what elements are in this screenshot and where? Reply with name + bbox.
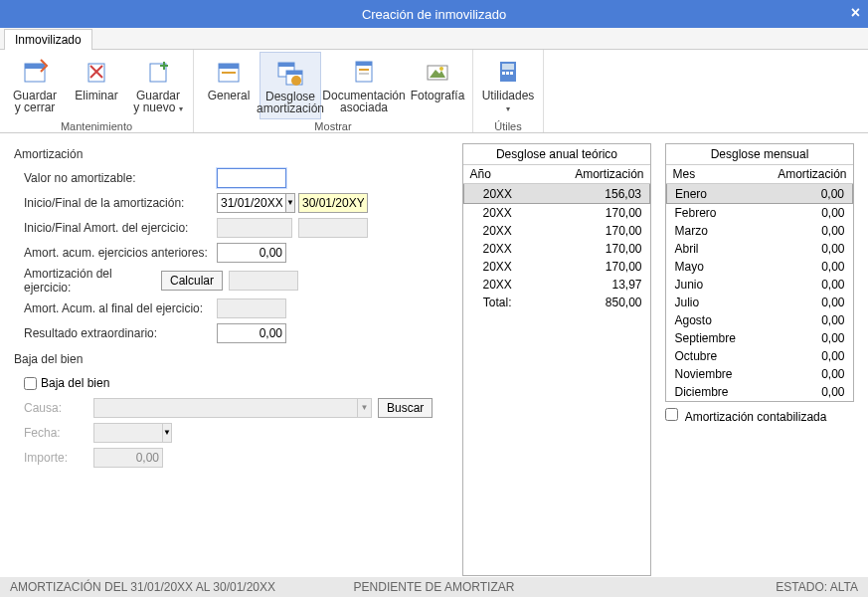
tab-strip: Inmovilizado xyxy=(0,28,868,50)
lbl-acum-ant: Amort. acum. ejercicios anteriores: xyxy=(14,246,217,260)
checkbox-contab[interactable] xyxy=(665,408,678,421)
monthly-h2: Amortización xyxy=(758,165,853,184)
select-causa xyxy=(93,398,358,418)
svg-rect-13 xyxy=(356,62,372,66)
chevron-down-icon: ▼ xyxy=(163,423,172,443)
general-icon xyxy=(213,56,245,88)
status-bar: AMORTIZACIÓN DEL 31/01/20XX AL 30/01/20X… xyxy=(0,577,868,597)
table-row[interactable]: 20XX13,97 xyxy=(464,276,650,294)
table-row[interactable]: Junio0,00 xyxy=(667,276,853,294)
svg-rect-14 xyxy=(359,69,369,71)
ribbon-desglose-button[interactable]: Desgloseamortización xyxy=(260,52,321,119)
input-importe xyxy=(93,448,163,468)
save-new-icon xyxy=(142,56,174,88)
table-row[interactable]: 20XX170,00 xyxy=(464,240,650,258)
date-baja: ▼ xyxy=(93,423,169,443)
svg-rect-6 xyxy=(222,72,236,74)
ribbon-group-label: Mostrar xyxy=(314,119,351,134)
svg-rect-21 xyxy=(502,72,505,75)
date-inicio[interactable]: ▼ xyxy=(217,193,292,213)
ribbon-util-button[interactable]: Utilidades ▾ xyxy=(477,52,539,119)
ribbon-delete-button[interactable]: Eliminar xyxy=(66,52,127,119)
lbl-amort-ej: Amortización del ejercicio: xyxy=(14,267,161,295)
ribbon-group-label: Mantenimiento xyxy=(61,119,132,134)
amort-title: Amortización xyxy=(14,147,448,161)
table-row[interactable]: Octubre0,00 xyxy=(667,347,853,365)
table-row[interactable]: 20XX170,00 xyxy=(464,204,650,223)
svg-rect-8 xyxy=(278,63,294,67)
checkbox-baja[interactable] xyxy=(24,377,37,390)
doc-icon xyxy=(348,56,380,88)
table-row[interactable]: Noviembre0,00 xyxy=(667,365,853,383)
svg-point-11 xyxy=(291,76,301,86)
annual-title: Desglose anual teórico xyxy=(463,144,650,165)
ribbon: Guardary cerrarEliminarGuardary nuevo ▾M… xyxy=(0,50,868,133)
util-icon xyxy=(492,56,524,88)
ribbon-save-close-button[interactable]: Guardary cerrar xyxy=(4,52,66,119)
title-bar: Creación de inmovilizado × xyxy=(0,0,868,28)
table-row[interactable]: Total:850,00 xyxy=(464,294,650,311)
ribbon-foto-button[interactable]: Fotografía xyxy=(407,52,468,119)
lbl-importe: Importe: xyxy=(14,451,93,465)
delete-icon xyxy=(81,56,112,88)
table-row[interactable]: Diciembre0,00 xyxy=(667,383,853,401)
buscar-button[interactable]: Buscar xyxy=(378,398,433,418)
table-row[interactable]: Septiembre0,00 xyxy=(667,329,853,347)
date-baja-input xyxy=(93,423,163,443)
svg-rect-20 xyxy=(502,64,514,70)
ribbon-general-button[interactable]: General xyxy=(198,52,260,119)
lbl-causa: Causa: xyxy=(14,401,93,415)
input-res-ext[interactable] xyxy=(217,323,286,343)
table-row[interactable]: 20XX170,00 xyxy=(464,258,650,276)
input-inicio-ej xyxy=(217,218,292,238)
monthly-table: Desglose mensual Mes Amortización Enero0… xyxy=(665,143,854,402)
table-row[interactable]: Febrero0,00 xyxy=(667,204,853,223)
input-valor-no-amort[interactable] xyxy=(217,168,286,188)
desglose-icon xyxy=(274,57,306,89)
lbl-baja-check: Baja del bien xyxy=(41,376,109,390)
close-icon[interactable]: × xyxy=(851,4,860,22)
svg-rect-15 xyxy=(359,73,369,75)
lbl-acum-fin: Amort. Acum. al final del ejercicio: xyxy=(14,301,217,315)
input-amort-ej xyxy=(229,271,298,291)
table-row[interactable]: Marzo0,00 xyxy=(667,222,853,240)
ribbon-doc-button[interactable]: Documentaciónasociada xyxy=(321,52,407,119)
svg-rect-10 xyxy=(286,71,302,75)
table-row[interactable]: Abril0,00 xyxy=(667,240,853,258)
lbl-fecha: Fecha: xyxy=(14,426,93,440)
contab-row: Amortización contabilizada xyxy=(665,408,854,424)
table-row[interactable]: Mayo0,00 xyxy=(667,258,853,276)
ribbon-save-new-button[interactable]: Guardary nuevo ▾ xyxy=(127,52,189,119)
chevron-down-icon[interactable]: ▼ xyxy=(286,193,295,213)
tab-inmovilizado[interactable]: Inmovilizado xyxy=(4,29,92,50)
table-row[interactable]: Agosto0,00 xyxy=(667,311,853,329)
svg-rect-1 xyxy=(25,64,45,69)
save-close-icon xyxy=(19,56,51,88)
svg-point-18 xyxy=(439,67,443,71)
monthly-h1: Mes xyxy=(667,165,758,184)
status-left: AMORTIZACIÓN DEL 31/01/20XX AL 30/01/20X… xyxy=(10,580,275,594)
chevron-down-icon: ▼ xyxy=(358,398,372,418)
annual-table: Desglose anual teórico Año Amortización … xyxy=(462,143,651,576)
table-row[interactable]: Enero0,00 xyxy=(667,184,853,204)
status-right: ESTADO: ALTA xyxy=(776,580,858,594)
ribbon-group-label: Útiles xyxy=(494,119,522,134)
input-acum-ant[interactable] xyxy=(217,243,286,263)
baja-title: Baja del bien xyxy=(14,352,448,366)
annual-h1: Año xyxy=(464,165,531,184)
monthly-title: Desglose mensual xyxy=(666,144,853,165)
date-fin[interactable] xyxy=(298,193,368,213)
date-inicio-input[interactable] xyxy=(217,193,286,213)
lbl-inicio-fin-ej: Inicio/Final Amort. del ejercicio: xyxy=(14,221,217,235)
lbl-res-ext: Resultado extraordinario: xyxy=(14,326,217,340)
annual-h2: Amortización xyxy=(531,165,650,184)
table-row[interactable]: Julio0,00 xyxy=(667,294,853,311)
calcular-button[interactable]: Calcular xyxy=(161,271,223,291)
table-row[interactable]: 20XX170,00 xyxy=(464,222,650,240)
svg-rect-23 xyxy=(510,72,513,75)
lbl-inicio-fin: Inicio/Final de la amortización: xyxy=(14,196,217,210)
table-row[interactable]: 20XX156,03 xyxy=(464,184,650,204)
svg-rect-5 xyxy=(219,64,239,69)
status-center: PENDIENTE DE AMORTIZAR xyxy=(354,580,515,594)
window-title: Creación de inmovilizado xyxy=(362,7,506,22)
